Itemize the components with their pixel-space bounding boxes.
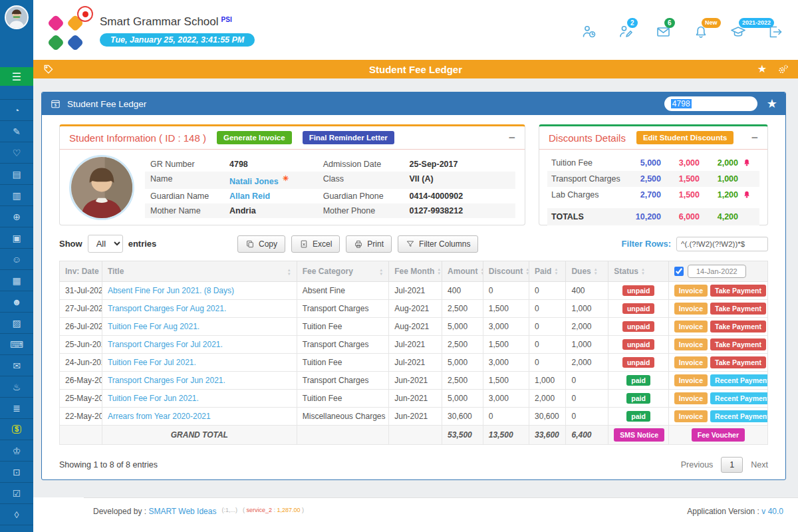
settings-gears-icon[interactable]	[777, 64, 789, 75]
developer-link[interactable]: SMART Web Ideas	[148, 507, 216, 516]
filter-rows-input[interactable]	[676, 237, 768, 251]
sidebar-item-alumni[interactable]: ♔	[0, 440, 33, 462]
sidebar-item-student-edit[interactable]: ✎	[0, 121, 33, 142]
panel-star-icon[interactable]: ★	[767, 98, 777, 110]
sidebar-item-health-card[interactable]: ⊡	[0, 462, 33, 483]
invoice-button[interactable]: Invoice	[674, 338, 708, 350]
sidebar-item-fee-mail[interactable]: ✉	[0, 355, 33, 376]
cake-icon: ♨	[13, 382, 21, 392]
generate-invoice-button[interactable]: Generate Invoice	[217, 131, 292, 144]
invoice-button[interactable]: Invoice	[674, 356, 708, 368]
status-badge[interactable]: unpaid	[622, 285, 654, 296]
payment-button[interactable]: Recent Payment	[710, 392, 767, 404]
status-badge[interactable]: unpaid	[622, 303, 654, 314]
status-badge[interactable]: paid	[626, 393, 650, 404]
fee-title-link[interactable]: Arrears from Year 2020-2021	[108, 412, 211, 421]
col-title[interactable]: Title▲▼	[102, 261, 297, 282]
col-dues[interactable]: Dues▲▼	[566, 261, 608, 282]
user-clock-icon[interactable]	[581, 24, 597, 40]
previous-page-link[interactable]: Previous	[681, 460, 714, 469]
alert-bell-icon[interactable]	[742, 190, 751, 200]
status-badge[interactable]: unpaid	[622, 339, 654, 350]
invoice-button[interactable]: Invoice	[674, 392, 708, 404]
favorite-star-icon[interactable]: ★	[757, 64, 767, 74]
collapse-icon[interactable]: −	[509, 132, 515, 144]
page-length-select[interactable]: All	[88, 235, 123, 253]
next-page-link[interactable]: Next	[751, 460, 768, 469]
sidebar-item-dashboard[interactable]: ◔	[0, 100, 33, 121]
bell-icon[interactable]: New	[693, 24, 709, 40]
sidebar-item-website[interactable]: ⊕	[0, 206, 33, 227]
invoice-button[interactable]: Invoice	[674, 374, 708, 386]
sms-notice-button[interactable]: SMS Notice	[614, 428, 664, 442]
payment-button[interactable]: Take Payment	[710, 321, 766, 332]
payment-button[interactable]: Take Payment	[710, 303, 766, 315]
col-fee-month[interactable]: Fee Month▲▼	[389, 261, 442, 282]
col-amount[interactable]: Amount▲▼	[442, 261, 483, 282]
fee-title-link[interactable]: Transport Charges For Aug 2021.	[108, 304, 226, 313]
col-status[interactable]: Status▲▼	[608, 261, 669, 282]
invoice-button[interactable]: Invoice	[674, 285, 708, 297]
invoice-button[interactable]: Invoice	[674, 410, 708, 422]
user-avatar[interactable]	[5, 5, 29, 29]
sidebar-item-staff[interactable]: ☻	[0, 291, 33, 313]
version-value[interactable]: v 40.0	[761, 507, 783, 516]
payment-button[interactable]: Recent Payment	[710, 410, 767, 422]
print-button[interactable]: Print	[346, 235, 392, 253]
mail-icon[interactable]: 6	[656, 24, 672, 40]
excel-button[interactable]: Excel	[291, 235, 340, 253]
invoice-button[interactable]: Invoice	[674, 303, 708, 315]
sidebar-item-id-card[interactable]: ▥	[0, 185, 33, 206]
fee-title-link[interactable]: Tuition Fee For Aug 2021.	[108, 322, 200, 331]
collapse-icon[interactable]: −	[751, 132, 758, 144]
graduation-cap-icon[interactable]: 2021-2022	[730, 24, 746, 40]
invoice-button[interactable]: Invoice	[674, 321, 708, 332]
date-filter-checkbox[interactable]	[674, 267, 684, 276]
fee-title-link[interactable]: Tuition Fee For Jul 2021.	[108, 358, 196, 367]
payment-button[interactable]: Take Payment	[710, 356, 766, 368]
fee-title-link[interactable]: Transport Charges For Jul 2021.	[108, 340, 223, 349]
page-number-button[interactable]: 1	[721, 457, 743, 473]
status-badge[interactable]: unpaid	[622, 321, 654, 332]
col-paid[interactable]: Paid▲▼	[529, 261, 566, 282]
status-badge[interactable]: paid	[626, 375, 650, 386]
copy-button[interactable]: Copy	[237, 235, 285, 253]
col-inv-date[interactable]: Inv: Date▲▼	[60, 261, 102, 282]
sidebar-item-academics[interactable]: ◊	[0, 504, 33, 525]
sidebar-item-birthday[interactable]: ♨	[0, 376, 33, 398]
sync-gear-icon[interactable]: ✳	[283, 174, 289, 182]
filter-rows-label: Filter Rows:	[622, 239, 671, 249]
col-discount[interactable]: Discount▲▼	[483, 261, 529, 282]
payment-button[interactable]: Take Payment	[710, 338, 766, 350]
student-fields: GR Number 4798 Admission Date 25-Sep-201…	[145, 157, 515, 218]
sidebar-item-student[interactable]: ☺	[0, 249, 33, 270]
user-edit-icon[interactable]: 2	[618, 24, 634, 40]
student-search-input[interactable]: 4798	[664, 96, 757, 111]
sidebar-item-fee-card[interactable]: ▤	[0, 164, 33, 185]
sidebar-item-frontdesk[interactable]: ⌨	[0, 334, 33, 355]
status-badge[interactable]: paid	[626, 411, 650, 422]
sidebar-item-attendance[interactable]: ▦	[0, 270, 33, 291]
fee-title-link[interactable]: Transport Charges For Jun 2021.	[108, 376, 225, 385]
fee-voucher-button[interactable]: Fee Voucher	[692, 428, 745, 442]
payment-button[interactable]: Recent Payment	[710, 374, 767, 386]
date-filter-input[interactable]	[688, 265, 746, 278]
payment-button[interactable]: Take Payment	[710, 285, 766, 297]
fee-title-link[interactable]: Absent Fine For Jun 2021. (8 Days)	[108, 286, 234, 295]
sidebar-item-gallery[interactable]: ▨	[0, 313, 33, 334]
sidebar-item-health[interactable]: ♡	[0, 142, 33, 164]
menu-toggle-button[interactable]: ☰	[0, 67, 33, 86]
sidebar-item-admission[interactable]: ▣	[0, 227, 33, 249]
desk-icon: ⌨	[10, 340, 23, 349]
filter-columns-button[interactable]: Filter Columns	[398, 235, 478, 253]
final-reminder-button[interactable]: Final Reminder Letter	[303, 131, 394, 144]
sidebar-item-tasks[interactable]: ☑	[0, 483, 33, 504]
status-badge[interactable]: unpaid	[622, 357, 654, 368]
sidebar-item-fee-ledger[interactable]: $	[0, 419, 33, 440]
sidebar-item-library[interactable]: ≣	[0, 398, 33, 419]
fee-title-link[interactable]: Tuition Fee For Jun 2021.	[108, 394, 199, 403]
edit-discounts-button[interactable]: Edit Student Discounts	[636, 131, 734, 144]
logout-icon[interactable]	[767, 24, 783, 40]
alert-bell-icon[interactable]	[742, 158, 751, 168]
col-fee-category[interactable]: Fee Category▲▼	[297, 261, 388, 282]
